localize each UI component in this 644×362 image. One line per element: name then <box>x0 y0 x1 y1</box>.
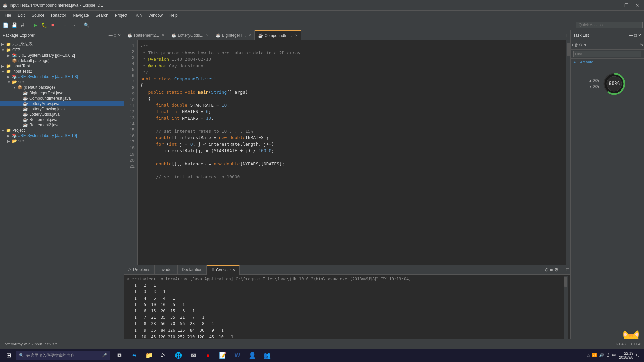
task-all-link[interactable]: All <box>573 60 577 64</box>
console-clear-icon[interactable]: ⊘ <box>545 267 549 273</box>
tree-item-retirement[interactable]: ☕ Retirement.java <box>0 117 124 122</box>
menu-source[interactable]: Source <box>28 12 48 19</box>
new-button[interactable]: 📄 <box>1 21 9 29</box>
tab-maximize-icon[interactable]: □ <box>566 33 569 38</box>
task-minimize-icon[interactable]: — <box>629 33 633 38</box>
tab-biginteger[interactable]: ☕ BigIntegerT... ✕ <box>212 30 255 40</box>
taskbar-edge[interactable]: e <box>127 349 141 362</box>
menu-edit[interactable]: Edit <box>14 12 28 19</box>
maximize-button[interactable]: ❐ <box>622 2 631 9</box>
menu-refactor[interactable]: Refactor <box>48 12 69 19</box>
menu-navigate[interactable]: Navigate <box>69 12 92 19</box>
task-close-icon[interactable]: ✕ <box>638 33 641 38</box>
tray-cn[interactable]: 中 <box>612 353 616 358</box>
tray-lang[interactable]: 英 <box>606 353 610 358</box>
menu-project[interactable]: Project <box>112 12 131 19</box>
pe-minimize-icon[interactable]: — <box>109 33 113 38</box>
minimize-button[interactable]: — <box>611 2 620 9</box>
code-content[interactable]: /** * This program shows how to store ta… <box>138 40 566 265</box>
tab-close[interactable]: ✕ <box>295 34 298 37</box>
taskbar-users[interactable]: 👥 <box>260 349 274 362</box>
tab-javadoc[interactable]: Javadoc <box>155 265 178 275</box>
tree-item-lotteryarray[interactable]: ☕ LotteryArray.java <box>0 101 124 106</box>
console-terminate-icon[interactable]: ■ <box>550 267 553 273</box>
tray-network[interactable]: 📶 <box>592 353 597 358</box>
tab-retirement2[interactable]: ☕ Retirement2... ✕ <box>124 30 168 40</box>
menu-window[interactable]: Window <box>145 12 166 19</box>
taskbar-browser[interactable]: 🌐 <box>172 349 185 362</box>
tree-item-jre2[interactable]: ▶ 📚 JRE System Library [JavaSE-1.8] <box>0 74 124 79</box>
console-tab-close[interactable]: ✕ <box>232 268 235 273</box>
print-button[interactable]: 🖨 <box>19 21 27 29</box>
console-maximize-icon[interactable]: □ <box>566 267 569 273</box>
close-button[interactable]: ✕ <box>633 2 641 9</box>
tree-item-src2[interactable]: ▶ 📂 src <box>0 138 124 144</box>
stop-button[interactable]: ■ <box>49 21 57 29</box>
debug-button[interactable]: 🐛 <box>40 21 48 29</box>
forward-button[interactable]: → <box>70 21 78 29</box>
taskbar-explorer[interactable]: 📁 <box>142 349 156 362</box>
notification-icon[interactable]: 🗨 <box>636 353 640 358</box>
run-button[interactable]: ▶ <box>31 21 39 29</box>
tree-item-jre3[interactable]: ▶ 📚 JRE System Library [JavaSE-10] <box>0 133 124 138</box>
task-find-input[interactable] <box>573 51 641 57</box>
tab-problems[interactable]: ⚠ Problems <box>124 265 155 275</box>
quick-access-input[interactable] <box>576 22 643 28</box>
taskbar-taskview[interactable]: ⧉ <box>113 349 126 362</box>
console-scrollbar-thumb[interactable] <box>564 277 567 287</box>
task-settings-icon[interactable]: ⚙ <box>579 43 583 47</box>
taskbar-word[interactable]: W <box>231 349 244 362</box>
tree-item-compound[interactable]: ☕ CompoundInterest.java <box>0 96 124 101</box>
console-settings-icon[interactable]: ⚙ <box>554 267 559 273</box>
taskbar-red[interactable]: ● <box>201 349 215 362</box>
task-new-icon[interactable]: + <box>571 43 574 47</box>
task-maximize-icon[interactable]: □ <box>634 33 637 38</box>
menu-help[interactable]: Help <box>166 12 181 19</box>
tab-compoundint[interactable]: ☕ CompoundInt... ✕ <box>255 30 301 40</box>
task-activate-link[interactable]: Activate... <box>580 60 596 64</box>
pe-maximize-icon[interactable]: □ <box>114 33 116 38</box>
tree-item-jre1[interactable]: ▶ 📚 JRE System Library [jdk-10.0.2] <box>0 53 124 58</box>
tab-close[interactable]: ✕ <box>206 33 209 37</box>
tree-item-retirement2[interactable]: ☕ Retirement2.java <box>0 122 124 128</box>
tab-lotteryodds[interactable]: ☕ LotteryOdds... ✕ <box>168 30 212 40</box>
task-refresh-icon[interactable]: ↻ <box>640 43 643 47</box>
tree-item-jiujiu[interactable]: ▶ 📁 九九乘法表 <box>0 41 124 47</box>
tab-close[interactable]: ✕ <box>248 33 251 37</box>
menu-file[interactable]: File <box>1 12 14 19</box>
tree-item-inputtest[interactable]: ▶ 📁 Input Test <box>0 63 124 69</box>
save-button[interactable]: 💾 <box>10 21 18 29</box>
tab-minimize-icon[interactable]: — <box>560 33 565 38</box>
console-minimize-icon[interactable]: — <box>560 267 565 273</box>
tree-item-inputtest2[interactable]: ▼ 📁 Input Test2 <box>0 69 124 74</box>
pe-close-icon[interactable]: ✕ <box>118 33 121 38</box>
taskbar-store[interactable]: 🛍 <box>157 349 170 362</box>
search-button[interactable]: 🔍 <box>82 21 90 29</box>
tree-item-project[interactable]: ▼ 📁 Project <box>0 128 124 133</box>
taskbar-user[interactable]: 👤 <box>246 349 259 362</box>
tree-item-cfb[interactable]: ▼ 📁 CFB <box>0 47 124 53</box>
tree-item-default2[interactable]: ▼ 📦 (default package) <box>0 85 124 90</box>
taskbar-mail[interactable]: ✉ <box>186 349 200 362</box>
scrollbar-thumb[interactable] <box>567 43 570 56</box>
editor-scrollbar[interactable] <box>566 40 570 265</box>
tab-declaration[interactable]: Declaration <box>178 265 207 275</box>
tray-volume[interactable]: 🔊 <box>599 353 604 358</box>
system-clock[interactable]: 22:19 2018/9/8 <box>619 351 633 359</box>
start-button[interactable]: ⊞ <box>1 349 16 362</box>
tree-item-default1[interactable]: 📦 (default package) <box>0 58 124 63</box>
tray-up-arrow[interactable]: △ <box>587 353 590 358</box>
tree-item-biginteger[interactable]: ☕ BigIntegerTest.java <box>0 90 124 96</box>
task-filter-icon[interactable]: ▼ <box>583 43 587 47</box>
taskbar-notes[interactable]: 📝 <box>216 349 229 362</box>
tree-item-src1[interactable]: ▼ 📂 src <box>0 79 124 85</box>
search-box[interactable]: 🔍 在这里输入你要搜索的内容 🎤 <box>16 351 110 360</box>
tab-console[interactable]: 🖥 Console ✕ <box>207 265 240 275</box>
tree-item-lotterydrawing[interactable]: ☕ LotteryDrawing.java <box>0 106 124 112</box>
back-button[interactable]: ← <box>61 21 69 29</box>
task-delete-icon[interactable]: 🗑 <box>574 43 578 47</box>
tree-item-lotteryodds[interactable]: ☕ LotteryOdds.java <box>0 112 124 117</box>
menu-search[interactable]: Search <box>92 12 112 19</box>
menu-run[interactable]: Run <box>131 12 145 19</box>
tab-close[interactable]: ✕ <box>162 33 164 37</box>
